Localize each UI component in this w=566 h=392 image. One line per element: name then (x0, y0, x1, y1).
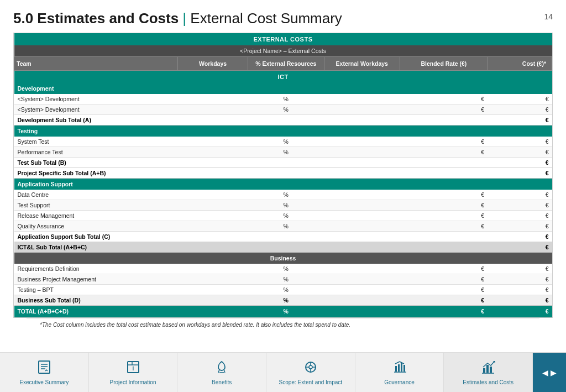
testing-label: Testing (14, 126, 552, 137)
col-header-cost: Cost (€)* (488, 57, 552, 71)
cell-blended: € (400, 104, 488, 115)
cell-blended: € (400, 295, 488, 306)
svg-rect-15 (398, 364, 400, 372)
cell-pct: % (248, 221, 324, 232)
table-header-cell: EXTERNAL COSTS (14, 33, 552, 45)
cell-blended: € (400, 137, 488, 147)
cell-workdays (178, 274, 248, 285)
cell-cost: € (488, 190, 552, 200)
main-content: EXTERNAL COSTS <Project Name> – External… (0, 32, 566, 352)
cell-workdays (178, 211, 248, 221)
table-row: Test Support % € € (14, 200, 552, 211)
svg-rect-0 (39, 361, 50, 373)
cell-pct: % (248, 190, 324, 200)
cell-workdays (178, 285, 248, 295)
svg-text:i: i (132, 365, 134, 372)
cell-blended: € (400, 221, 488, 232)
nav-executive-summary-label: Executive Summary (19, 379, 69, 385)
title-pipe: | (182, 10, 190, 27)
total-ext (324, 306, 400, 317)
cell-blended: € (400, 285, 488, 295)
prev-arrow-icon[interactable]: ◀ (542, 368, 548, 377)
cell-cost: € (488, 147, 552, 158)
nav-prev-next[interactable]: ◀ ▶ (533, 353, 566, 392)
cell-ext (324, 264, 400, 274)
subtotal-label: Test Sub Total (B) (14, 158, 488, 168)
cell-workdays (178, 147, 248, 158)
cell-ext (324, 211, 400, 221)
total-cost: € (488, 306, 552, 317)
nav-scope[interactable]: Scope: Extent and Impact (266, 353, 355, 392)
nav-scope-label: Scope: Extent and Impact (279, 379, 343, 385)
total-workdays (178, 306, 248, 317)
svg-rect-23 (490, 367, 492, 373)
cell-ext (324, 190, 400, 200)
footnote: *The Cost column includes the total cost… (27, 318, 539, 331)
nav-executive-summary[interactable]: Executive Summary (0, 353, 89, 392)
nav-governance[interactable]: Governance (355, 353, 444, 392)
cell-cost: € (488, 211, 552, 221)
cell-blended: € (400, 147, 488, 158)
cell-blended: € (400, 190, 488, 200)
cell-pct: % (248, 274, 324, 285)
page-header: 5.0 Estimates and Costs | External Cost … (0, 0, 566, 32)
app-support-subtotal-cost: € (488, 232, 552, 242)
nav-project-information[interactable]: i Project Information (89, 353, 178, 392)
cell-team: <System> Development (14, 104, 178, 115)
cell-team: Test Support (14, 200, 178, 211)
table-container: EXTERNAL COSTS <Project Name> – External… (13, 33, 553, 318)
ict-section-header: ICT (14, 71, 552, 83)
table-subheader-cell: <Project Name> – External Costs (14, 45, 552, 57)
cell-pct: % (248, 200, 324, 211)
app-support-subtotal-row: Application Support Sub Total (C) € (14, 232, 552, 242)
column-headers-row: Team Workdays % External Resources Exter… (14, 57, 552, 71)
executive-summary-icon (36, 359, 52, 377)
cell-blended: € (400, 94, 488, 104)
cell-team: Business Project Management (14, 274, 178, 285)
table-row: Business Project Management % € € (14, 274, 552, 285)
cell-ext (324, 137, 400, 147)
project-specific-subtotal-row: Project Specific Sub Total (A+B) € (14, 168, 552, 179)
cell-pct: % (248, 104, 324, 115)
app-support-label: Application Support (14, 179, 552, 190)
subtotal-cost: € (488, 115, 552, 126)
testing-section-header: Testing (14, 126, 552, 137)
cell-workdays (178, 137, 248, 147)
estimates-costs-icon (480, 359, 496, 377)
cell-blended: € (400, 264, 488, 274)
next-arrow-icon[interactable]: ▶ (551, 368, 557, 377)
table-row: System Test % € € (14, 137, 552, 147)
testing-subtotal-row: Test Sub Total (B) € (14, 158, 552, 168)
cell-ext (324, 274, 400, 285)
cell-pct: % (248, 211, 324, 221)
cell-cost: € (488, 264, 552, 274)
business-subtotal-label: Business Sub Total (D) (14, 295, 178, 306)
total-pct: % (248, 306, 324, 317)
table-subheader-row: <Project Name> – External Costs (14, 45, 552, 57)
cell-cost: € (488, 137, 552, 147)
subtotal-label: Development Sub Total (A) (14, 115, 488, 126)
title-bold: 5.0 Estimates and Costs (13, 10, 179, 27)
cell-blended: € (400, 211, 488, 221)
project-specific-cost: € (488, 168, 552, 179)
nav-benefits[interactable]: Benefits (177, 353, 266, 392)
svg-point-9 (309, 365, 312, 369)
cell-cost: € (488, 104, 552, 115)
nav-estimates-costs[interactable]: Estimates and Costs (444, 353, 533, 392)
cell-cost: € (488, 295, 552, 306)
cell-team: System Test (14, 137, 178, 147)
development-section-header: Development (14, 83, 552, 94)
cell-ext (324, 147, 400, 158)
cell-workdays (178, 104, 248, 115)
cell-cost: € (488, 94, 552, 104)
col-header-workdays: Workdays (178, 57, 248, 71)
cell-cost: € (488, 200, 552, 211)
ict-total-cost: € (488, 242, 552, 253)
col-header-pct: % External Resources (248, 57, 324, 71)
cell-ext (324, 295, 400, 306)
cell-team: Requirements Definition (14, 264, 178, 274)
cell-cost: € (488, 285, 552, 295)
svg-rect-16 (401, 363, 402, 372)
project-information-icon: i (125, 359, 141, 377)
cell-cost: € (488, 274, 552, 285)
